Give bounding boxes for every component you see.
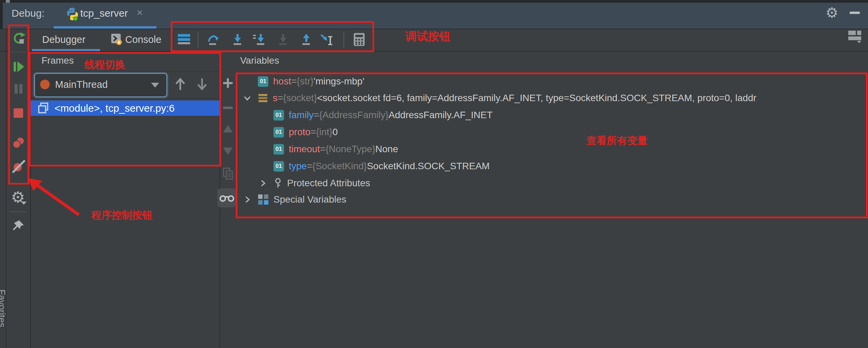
duplicate-watch-button[interactable] xyxy=(222,168,234,180)
python-logo-icon xyxy=(65,7,80,21)
settings-gear-icon[interactable]: ⚙ xyxy=(825,6,838,20)
annotation-arrow xyxy=(27,175,85,218)
window-left-edge xyxy=(0,3,3,29)
restore-layout-icon[interactable] xyxy=(848,31,862,44)
active-tab-underline xyxy=(54,26,156,29)
annotation-view-all-variables: 查看所有变量 xyxy=(586,134,648,148)
annotation-box-debug-buttons xyxy=(171,21,374,52)
stripe-favorites-label[interactable]: Favorites xyxy=(0,289,7,327)
run-config-tab-label: tcp_server xyxy=(80,7,128,19)
window-top-edge xyxy=(0,0,868,3)
debug-session-label: Debug: xyxy=(12,7,45,19)
add-watch-button[interactable] xyxy=(222,78,233,89)
annotation-debug-buttons: 调试按钮 xyxy=(405,29,450,44)
tabrow-divider xyxy=(0,51,868,52)
hide-window-icon[interactable] xyxy=(850,12,860,14)
move-watch-down-button[interactable] xyxy=(222,146,233,156)
annotation-program-control: 程序控制按钮 xyxy=(91,208,152,222)
move-watch-up-button[interactable] xyxy=(222,124,233,133)
watches-glasses-icon xyxy=(219,193,234,203)
gear-dropdown-arrow-icon xyxy=(21,202,27,205)
annotation-thread-switch: 线程切换 xyxy=(84,58,125,72)
debug-tool-window: Debug: tcp_server × ⚙ Debugger Console xyxy=(0,0,868,348)
remove-watch-button[interactable] xyxy=(222,102,233,113)
annotation-box-program-controls xyxy=(8,25,29,185)
pin-tab-icon[interactable] xyxy=(12,219,25,233)
tab-console[interactable]: Console xyxy=(125,34,161,45)
console-tab-icon xyxy=(111,33,122,46)
tab-debugger[interactable]: Debugger xyxy=(42,34,85,45)
variables-panel-title: Variables xyxy=(240,55,279,66)
close-tab-icon[interactable]: × xyxy=(137,7,143,18)
annotation-box-variables xyxy=(236,73,868,218)
